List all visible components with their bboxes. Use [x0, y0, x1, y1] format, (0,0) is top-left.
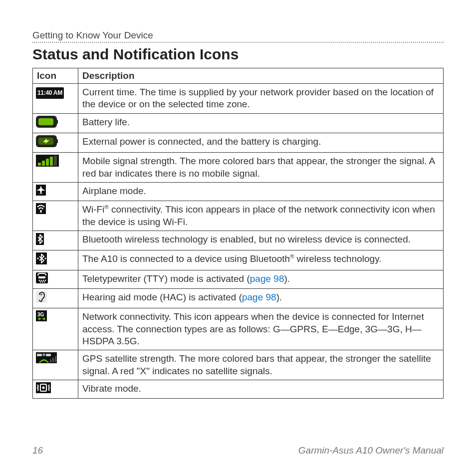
table-row: The A10 is connected to a device using B…: [33, 250, 444, 270]
icon-cell: [33, 380, 78, 398]
description-cell: Current time. The time is supplied by yo…: [78, 84, 444, 114]
manual-page: Getting to Know Your Device Status and N…: [0, 0, 476, 476]
signal-bars-icon: [36, 155, 59, 167]
battery-charging-icon: [36, 135, 59, 147]
description-cell: External power is connected, and the bat…: [78, 133, 444, 152]
hearing-aid-icon: [36, 291, 47, 303]
table-row: Mobile signal strength. The more colored…: [33, 153, 444, 183]
table-row: GPS satellite strength. The more colored…: [33, 350, 444, 380]
page-footer: 16 Garmin-Asus A10 Owner's Manual: [32, 445, 444, 456]
icon-cell: [33, 201, 78, 231]
icon-cell: [33, 153, 78, 183]
description-cell: Network connectivity. This icon appears …: [78, 308, 444, 350]
table-row: 11:40 AMCurrent time. The time is suppli…: [33, 84, 444, 114]
icon-cell: [33, 231, 78, 250]
battery-icon: [36, 116, 59, 128]
page-title: Status and Notification Icons: [32, 46, 444, 63]
time-icon: 11:40 AM: [36, 87, 64, 99]
table-row: Network connectivity. This icon appears …: [33, 308, 444, 350]
description-cell: Bluetooth wireless technology is enabled…: [78, 231, 444, 250]
page-link[interactable]: page 98: [242, 292, 276, 302]
description-cell: The A10 is connected to a device using B…: [78, 250, 444, 270]
vibrate-icon: [36, 382, 51, 393]
icon-cell: [33, 289, 78, 308]
table-row: Hearing aid mode (HAC) is activated (pag…: [33, 289, 444, 308]
page-number: 16: [32, 445, 43, 456]
col-desc: Description: [78, 68, 444, 84]
icon-cell: [33, 113, 78, 133]
airplane-mode-icon: [36, 185, 46, 196]
table-row: Airplane mode.: [33, 182, 444, 201]
icon-cell: [33, 133, 78, 152]
icon-cell: [33, 182, 78, 201]
manual-title: Garmin-Asus A10 Owner's Manual: [298, 445, 444, 456]
description-cell: Airplane mode.: [78, 182, 444, 201]
description-cell: GPS satellite strength. The more colored…: [78, 350, 444, 380]
icon-cell: [33, 308, 78, 350]
desc-text: Teletypewriter (TTY) mode is activated (: [82, 273, 250, 284]
description-cell: Mobile signal strength. The more colored…: [78, 153, 444, 183]
description-cell: Vibrate mode.: [78, 380, 444, 398]
icon-cell: [33, 270, 78, 288]
desc-text: Hearing aid mode (HAC) is activated (: [82, 292, 242, 302]
wifi-icon: [36, 203, 46, 214]
breadcrumb: Getting to Know Your Device: [32, 30, 444, 41]
table-row: External power is connected, and the bat…: [33, 133, 444, 152]
table-row: Teletypewriter (TTY) mode is activated (…: [33, 270, 444, 288]
icon-table: Icon Description 11:40 AMCurrent time. T…: [32, 68, 444, 399]
network-3g-icon: [36, 310, 47, 321]
tty-icon: [36, 272, 48, 283]
col-icon: Icon: [33, 68, 78, 84]
page-link[interactable]: page 98: [250, 273, 284, 284]
icon-cell: 11:40 AM: [33, 84, 78, 114]
description-cell: Battery life.: [78, 113, 444, 133]
description-cell: Teletypewriter (TTY) mode is activated (…: [78, 270, 444, 288]
gps-satellite-icon: [36, 352, 57, 363]
description-cell: Wi-Fi® connectivity. This icon appears i…: [78, 201, 444, 231]
bluetooth-icon: [36, 233, 44, 245]
icon-cell: [33, 250, 78, 270]
table-row: Vibrate mode.: [33, 380, 444, 398]
description-cell: Hearing aid mode (HAC) is activated (pag…: [78, 289, 444, 308]
bluetooth-connected-icon: [36, 252, 47, 264]
table-row: Battery life.: [33, 113, 444, 133]
desc-text: ).: [284, 273, 290, 284]
divider: [32, 42, 444, 43]
table-row: Wi-Fi® connectivity. This icon appears i…: [33, 201, 444, 231]
desc-text: ).: [276, 292, 282, 302]
icon-cell: [33, 350, 78, 380]
table-row: Bluetooth wireless technology is enabled…: [33, 231, 444, 250]
